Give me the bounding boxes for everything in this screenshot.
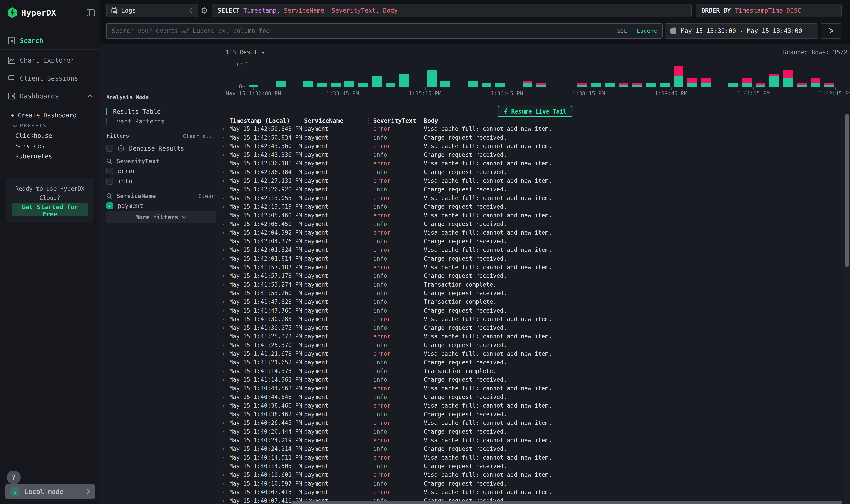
checkbox-error[interactable] [106, 167, 113, 174]
row-expand-chevron-icon[interactable]: › [222, 402, 225, 409]
row-expand-chevron-icon[interactable]: › [222, 264, 225, 270]
table-row[interactable]: ›May 15 1:42:13.055 PMpaymenterrorVisa c… [220, 194, 843, 202]
table-row[interactable]: ›May 15 1:41:21.652 PMpaymentinfoCharge … [220, 358, 843, 366]
get-started-button[interactable]: Get Started for Free [12, 203, 88, 216]
row-expand-chevron-icon[interactable]: › [222, 221, 225, 227]
presets-header[interactable]: PRESETS [12, 123, 47, 129]
row-expand-chevron-icon[interactable]: › [222, 151, 225, 158]
row-expand-chevron-icon[interactable]: › [222, 255, 225, 262]
table-row[interactable]: ›May 15 1:42:04.392 PMpaymenterrorVisa c… [220, 228, 843, 237]
sidebar-item-search[interactable]: Search [7, 36, 96, 46]
row-expand-chevron-icon[interactable]: › [222, 325, 225, 331]
denoise-checkbox[interactable] [106, 145, 113, 152]
order-by-input[interactable]: ORDER BY TimestampTime DESC [696, 4, 842, 17]
row-expand-chevron-icon[interactable]: › [222, 489, 225, 495]
more-filters-button[interactable]: More filters [106, 211, 216, 223]
row-expand-chevron-icon[interactable]: › [222, 446, 225, 452]
table-row[interactable]: ›May 15 1:42:43.336 PMpaymentinfoCharge … [220, 150, 843, 159]
row-expand-chevron-icon[interactable]: › [222, 126, 225, 132]
table-row[interactable]: ›May 15 1:40:38.462 PMpaymentinfoCharge … [220, 410, 843, 418]
row-expand-chevron-icon[interactable]: › [222, 143, 225, 149]
row-expand-chevron-icon[interactable]: › [222, 238, 225, 244]
column-resize-handle[interactable] [418, 118, 419, 124]
table-row[interactable]: ›May 15 1:40:10.597 PMpaymentinfoCharge … [220, 479, 843, 488]
table-row[interactable]: ›May 15 1:40:26.445 PMpaymenterrorVisa c… [220, 418, 843, 427]
table-row[interactable]: ›May 15 1:40:38.466 PMpaymenterrorVisa c… [220, 401, 843, 410]
sidebar-item-chart-explorer[interactable]: Chart Explorer [7, 55, 96, 66]
resume-live-tail-button[interactable]: Resume Live Tail [498, 106, 573, 117]
row-expand-chevron-icon[interactable]: › [222, 134, 225, 140]
row-expand-chevron-icon[interactable]: › [222, 350, 225, 357]
row-expand-chevron-icon[interactable]: › [222, 368, 225, 374]
column-resize-handle[interactable] [368, 118, 369, 124]
histogram[interactable] [245, 62, 850, 87]
table-row[interactable]: ›May 15 1:41:25.373 PMpaymenterrorVisa c… [220, 332, 843, 341]
table-row[interactable]: ›May 15 1:41:30.283 PMpaymenterrorVisa c… [220, 314, 843, 323]
row-expand-chevron-icon[interactable]: › [222, 359, 225, 365]
table-row[interactable]: ›May 15 1:40:44.563 PMpaymenterrorVisa c… [220, 384, 843, 393]
sidebar-preset-services[interactable]: Services [15, 143, 45, 149]
row-expand-chevron-icon[interactable]: › [222, 463, 225, 469]
toggle-sql-option[interactable]: SQL [617, 28, 627, 34]
row-expand-chevron-icon[interactable]: › [222, 411, 225, 417]
row-expand-chevron-icon[interactable]: › [222, 230, 225, 236]
row-expand-chevron-icon[interactable]: › [222, 472, 225, 478]
toggle-lucene-option[interactable]: Lucene [637, 28, 657, 34]
row-expand-chevron-icon[interactable]: › [222, 377, 225, 383]
table-row[interactable]: ›May 15 1:41:57.178 PMpaymentinfoCharge … [220, 271, 843, 280]
row-expand-chevron-icon[interactable]: › [222, 429, 225, 435]
row-expand-chevron-icon[interactable]: › [222, 299, 225, 305]
row-expand-chevron-icon[interactable]: › [222, 195, 225, 201]
table-row[interactable]: ›May 15 1:42:36.184 PMpaymentinfoCharge … [220, 167, 843, 176]
row-expand-chevron-icon[interactable]: › [222, 186, 225, 192]
row-expand-chevron-icon[interactable]: › [222, 273, 225, 279]
search-input[interactable]: Search your events w/ Lucene ex. column:… [106, 23, 663, 38]
column-resize-handle[interactable] [299, 118, 300, 124]
table-row[interactable]: ›May 15 1:41:47.823 PMpaymentinfoTransac… [220, 298, 843, 306]
row-expand-chevron-icon[interactable]: › [222, 160, 225, 166]
table-row[interactable]: ›May 15 1:42:05.460 PMpaymenterrorVisa c… [220, 211, 843, 219]
row-expand-chevron-icon[interactable]: › [222, 342, 225, 348]
table-row[interactable]: ›May 15 1:41:14.361 PMpaymentinfoCharge … [220, 375, 843, 384]
column-header-severitytext[interactable]: SeverityText [373, 117, 416, 124]
row-expand-chevron-icon[interactable]: › [222, 290, 225, 296]
row-expand-chevron-icon[interactable]: › [222, 420, 225, 426]
collapse-sidebar-button[interactable] [87, 9, 95, 16]
checkbox-info[interactable] [106, 178, 113, 184]
table-row[interactable]: ›May 15 1:40:10.601 PMpaymenterrorVisa c… [220, 470, 843, 479]
table-row[interactable]: ›May 15 1:40:24.219 PMpaymenterrorVisa c… [220, 436, 843, 445]
row-expand-chevron-icon[interactable]: › [222, 212, 225, 218]
table-row[interactable]: ›May 15 1:42:50.843 PMpaymenterrorVisa c… [220, 124, 843, 133]
table-row[interactable]: ›May 15 1:41:53.260 PMpaymentinfoCharge … [220, 289, 843, 298]
denoise-filter-row[interactable]: Denoise Results [106, 144, 215, 152]
table-row[interactable]: ›May 15 1:41:53.274 PMpaymentinfoTransac… [220, 280, 843, 289]
table-row[interactable]: ›May 15 1:41:57.183 PMpaymenterrorVisa c… [220, 263, 843, 272]
mode-event-patterns[interactable]: Event Patterns [106, 118, 213, 125]
filter-option-info[interactable]: info [106, 177, 215, 185]
row-expand-chevron-icon[interactable]: › [222, 333, 225, 339]
checkbox-payment[interactable]: ✓ [106, 202, 113, 209]
sidebar-item-dashboards[interactable]: Dashboards [7, 91, 96, 101]
row-expand-chevron-icon[interactable]: › [222, 247, 225, 253]
filter-option-payment[interactable]: ✓payment [106, 202, 215, 210]
table-row[interactable]: ›May 15 1:41:47.766 PMpaymentinfoCharge … [220, 306, 843, 315]
mode-results-table[interactable]: Results Table [106, 108, 213, 115]
horizontal-scrollbar-thumb[interactable] [291, 501, 842, 504]
table-row[interactable]: ›May 15 1:41:30.275 PMpaymentinfoCharge … [220, 323, 843, 332]
sidebar-item-client-sessions[interactable]: Client Sessions [7, 73, 96, 83]
filter-option-error[interactable]: error [106, 167, 215, 175]
run-query-button[interactable] [820, 23, 842, 38]
table-row[interactable]: ›May 15 1:41:25.370 PMpaymentinfoCharge … [220, 341, 843, 349]
source-select[interactable]: Logs [106, 4, 198, 17]
table-row[interactable]: ›May 15 1:42:05.450 PMpaymentinfoCharge … [220, 219, 843, 228]
row-expand-chevron-icon[interactable]: › [222, 498, 225, 504]
row-expand-chevron-icon[interactable]: › [222, 203, 225, 210]
row-expand-chevron-icon[interactable]: › [222, 437, 225, 443]
table-row[interactable]: ›May 15 1:40:07.413 PMpaymenterrorVisa c… [220, 488, 843, 496]
row-expand-chevron-icon[interactable]: › [222, 454, 225, 461]
table-row[interactable]: ›May 15 1:42:50.834 PMpaymentinfoCharge … [220, 133, 843, 142]
source-settings-button[interactable]: ⚙ [199, 4, 209, 17]
table-row[interactable]: ›May 15 1:41:21.678 PMpaymenterrorVisa c… [220, 349, 843, 358]
row-expand-chevron-icon[interactable]: › [222, 178, 225, 184]
sidebar-preset-kubernetes[interactable]: Kubernetes [15, 153, 52, 160]
